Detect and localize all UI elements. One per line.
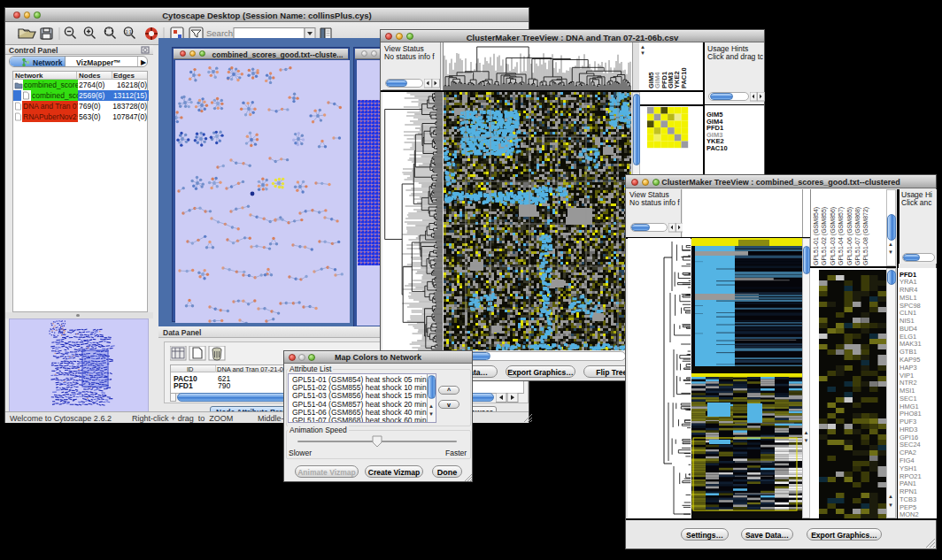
svg-text:PAC10: PAC10 <box>680 67 688 88</box>
svg-text:GPL51-07 (GSM868): GPL51-07 (GSM868) <box>854 207 861 265</box>
svg-text:1:1: 1:1 <box>126 29 132 35</box>
svg-text:GPL51-04 (GSM857): GPL51-04 (GSM857) <box>838 207 845 265</box>
svg-text:GPL51-08 (GSM872): GPL51-08 (GSM872) <box>862 207 869 265</box>
svg-text:GPL51-03 (GSM856): GPL51-03 (GSM856) <box>830 207 837 265</box>
svg-text:GPL51-01 (GSM854): GPL51-01 (GSM854) <box>813 207 820 265</box>
svg-text:GPL51-06 (GSM865): GPL51-06 (GSM865) <box>846 207 853 265</box>
svg-text:Search:: Search: <box>206 28 236 38</box>
svg-text:GPL51-02 (GSM855): GPL51-02 (GSM855) <box>821 207 828 265</box>
